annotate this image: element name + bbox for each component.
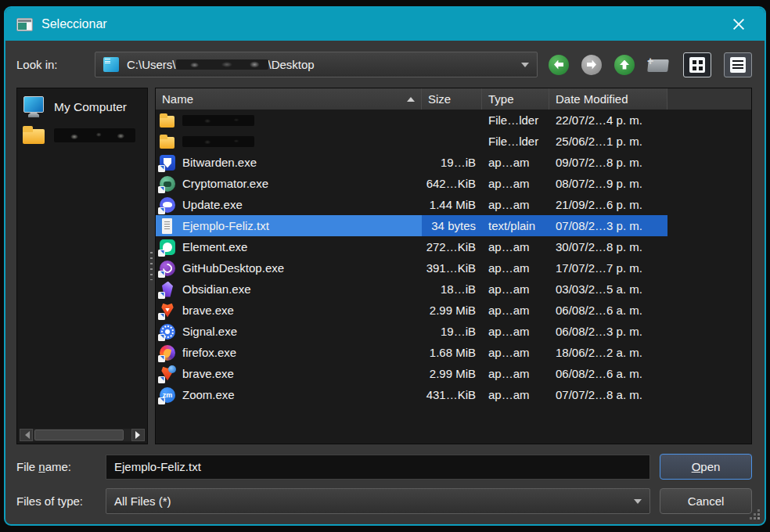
column-header-type[interactable]: Type	[482, 88, 549, 110]
file-name-text: GitHubDesktop.exe	[182, 261, 284, 275]
shortcut-arrow-icon	[158, 313, 165, 320]
files-of-type-row: Files of type: All Files (*) Cancel	[16, 488, 752, 514]
new-folder-button[interactable]	[647, 55, 671, 75]
table-row[interactable]: File…lder25/06/2…1 p. m.	[156, 131, 667, 152]
file-name-input[interactable]	[106, 455, 650, 480]
table-row[interactable]: Ejemplo-Feliz.txt34 bytestext/plain07/08…	[156, 215, 667, 236]
table-row[interactable]: brave.exe2.99 MiBap…am06/08/2…6 a. m.	[156, 300, 667, 321]
cell-type: ap…am	[482, 300, 549, 321]
cell-date: 06/08/2…3 p. m.	[549, 321, 667, 342]
table-row[interactable]: Element.exe272…KiBap…am30/07/2…8 p. m.	[156, 236, 667, 257]
column-header-name[interactable]: Name	[156, 88, 422, 110]
cell-type: ap…am	[482, 173, 549, 194]
cell-name: Update.exe	[156, 194, 422, 215]
cryptomator-icon	[160, 176, 175, 192]
github-icon	[160, 261, 175, 276]
sidebar-item-my-computer[interactable]: My Computer	[20, 92, 146, 121]
files-of-type-value: All Files (*)	[114, 494, 171, 508]
desktop-location-icon	[103, 57, 119, 72]
cell-name: GitHubDesktop.exe	[156, 257, 422, 279]
table-row[interactable]: Zoom.exe431…KiBap…am07/07/2…8 a. m.	[156, 384, 667, 405]
column-header-date[interactable]: Date Modified	[549, 88, 667, 110]
file-dialog-window: Seleccionar Look in: C:\Users\ \Desktop	[4, 6, 766, 526]
cell-date: 08/07/2…9 p. m.	[549, 173, 667, 194]
computer-icon	[22, 96, 45, 117]
cell-date: 18/06/2…2 a. m.	[549, 342, 667, 363]
table-row[interactable]: Bitwarden.exe19…iBap…am09/07/2…8 p. m.	[156, 152, 667, 173]
element-icon	[160, 239, 175, 255]
cell-name: Zoom.exe	[156, 384, 422, 405]
obsidian-icon	[160, 282, 175, 297]
close-icon[interactable]	[724, 13, 754, 36]
bitwarden-icon	[160, 155, 175, 171]
cell-size: 2.99 MiB	[422, 300, 482, 321]
folder-icon	[160, 134, 175, 149]
cell-size: 391…KiB	[422, 257, 482, 279]
cell-size: 19…iB	[422, 321, 482, 342]
table-row[interactable]: firefox.exe1.68 MiBap…am18/06/2…2 a. m.	[156, 342, 667, 363]
file-name-label: File name:	[16, 460, 106, 473]
brave-icon	[160, 303, 175, 318]
scroll-left-button[interactable]	[20, 429, 33, 441]
shortcut-arrow-icon	[158, 250, 165, 257]
titlebar: Seleccionar	[5, 8, 765, 41]
scrollbar-thumb[interactable]	[34, 430, 124, 440]
look-in-combobox[interactable]: C:\Users\ \Desktop	[95, 52, 538, 77]
sidebar-splitter[interactable]	[148, 88, 155, 444]
files-of-type-select[interactable]: All Files (*)	[106, 488, 650, 514]
zoom-icon	[160, 387, 175, 403]
table-row[interactable]: Obsidian.exe18…iBap…am03/03/2…5 a. m.	[156, 279, 667, 300]
cancel-button[interactable]: Cancel	[660, 488, 752, 514]
files-of-type-label: Files of type:	[16, 494, 106, 508]
table-row[interactable]: File…lder22/07/2…4 p. m.	[156, 110, 667, 131]
table-row[interactable]: Update.exe1.44 MiBap…am21/09/2…6 p. m.	[156, 194, 667, 215]
table-row[interactable]: Signal.exe19…iBap…am06/08/2…3 p. m.	[156, 321, 667, 342]
cell-type: ap…am	[482, 363, 549, 384]
file-name-row: File name: Open	[16, 454, 752, 480]
back-button[interactable]	[549, 55, 569, 75]
cell-size: 1.68 MiB	[422, 342, 482, 363]
file-name-text: Obsidian.exe	[182, 282, 251, 296]
shortcut-arrow-icon	[158, 186, 165, 193]
horizontal-scrollbar	[20, 429, 145, 441]
detail-view-button[interactable]	[724, 52, 752, 77]
cell-size	[422, 131, 482, 152]
up-one-level-button[interactable]	[614, 55, 635, 75]
navigation-toolbar	[549, 52, 752, 77]
file-list-body: File…lder22/07/2…4 p. m.File…lder25/06/2…	[156, 110, 751, 444]
sidebar-item-folder[interactable]	[20, 121, 146, 149]
discord-icon	[160, 197, 175, 213]
cell-type: ap…am	[482, 194, 549, 215]
cell-type: File…lder	[482, 110, 549, 131]
cell-type: ap…am	[482, 279, 549, 300]
resize-grip[interactable]	[749, 509, 760, 519]
column-header-size[interactable]: Size	[422, 88, 482, 110]
signal-icon	[160, 324, 175, 340]
table-row[interactable]: brave.exe2.99 MiBap…am06/08/2…6 a. m.	[156, 363, 667, 384]
shortcut-arrow-icon	[158, 165, 165, 172]
app-window-icon	[16, 18, 33, 31]
open-button[interactable]: Open	[660, 454, 752, 480]
places-sidebar: My Computer	[16, 88, 148, 444]
txt-icon	[160, 218, 175, 234]
file-name-text: brave.exe	[182, 304, 234, 317]
cell-date: 07/08/2…3 p. m.	[549, 215, 667, 236]
folder-icon	[160, 113, 175, 128]
table-row[interactable]: GitHubDesktop.exe391…KiBap…am17/07/2…7 p…	[156, 257, 667, 279]
forward-button[interactable]	[581, 55, 602, 75]
scroll-right-button[interactable]	[131, 429, 145, 441]
file-name-text: firefox.exe	[182, 346, 236, 359]
cell-name: brave.exe	[156, 300, 422, 321]
cell-type: ap…am	[482, 257, 549, 279]
cell-name: Obsidian.exe	[156, 279, 422, 300]
cell-size: 34 bytes	[422, 215, 482, 236]
cell-name: Element.exe	[156, 236, 422, 257]
column-label-name: Name	[162, 92, 193, 106]
icon-view-button[interactable]	[683, 52, 711, 77]
look-in-label: Look in:	[16, 58, 95, 71]
shortcut-arrow-icon	[158, 376, 165, 383]
cell-date: 03/03/2…5 a. m.	[549, 279, 667, 300]
table-row[interactable]: Cryptomator.exe642…KiBap…am08/07/2…9 p. …	[156, 173, 667, 194]
cell-date: 17/07/2…7 p. m.	[549, 257, 667, 279]
file-name-text: brave.exe	[182, 367, 234, 380]
